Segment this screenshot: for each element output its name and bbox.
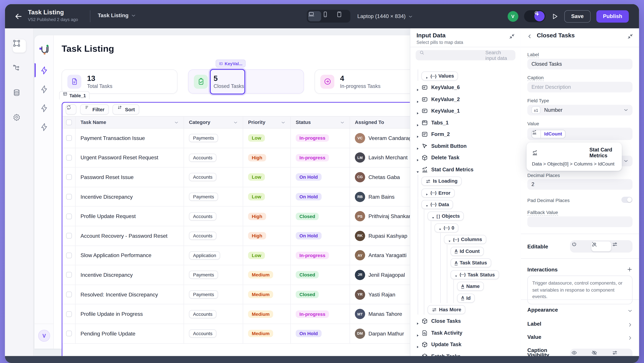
table-row[interactable]: Resolved: Incentive Discrepancy Payments…	[62, 285, 422, 304]
tree-item-keyvalue-[interactable]: KeyValue_6	[416, 83, 460, 92]
decimal-places-input[interactable]: 2	[528, 179, 632, 190]
tree-item-close-tasks[interactable]: Close Tasks	[416, 316, 461, 326]
sidebar-item-data[interactable]	[13, 89, 26, 102]
tree-item-task-activity[interactable]: Task Activity	[416, 328, 462, 338]
tree-item--[interactable]: {···}0	[434, 223, 458, 233]
tree-item-task-status[interactable]: {···}Task Status	[451, 270, 499, 280]
table-row[interactable]: Pending Profile Update Accounts Medium O…	[62, 324, 422, 344]
select-all-checkbox[interactable]	[62, 116, 76, 128]
appearance-section-header[interactable]: Appearance	[528, 307, 558, 313]
table-component-badge[interactable]: Table_1	[59, 91, 90, 100]
tree-item-name[interactable]: AName	[457, 282, 484, 291]
filter-button[interactable]: Filter	[80, 104, 109, 114]
interact-mode-toggle[interactable]	[524, 10, 545, 22]
value-field-input[interactable]: IdCount	[528, 128, 632, 140]
sort-button[interactable]: Sort	[112, 104, 139, 114]
app-user-avatar[interactable]: V	[38, 330, 50, 342]
tree-item-delete-task[interactable]: Delete Task	[416, 153, 460, 163]
tree-item-id-count[interactable]: AId Count	[451, 246, 484, 256]
device-toggle	[307, 10, 350, 22]
tree-item-values[interactable]: {···}Values	[422, 71, 458, 81]
row-checkbox[interactable]	[62, 148, 76, 167]
device-phone-button[interactable]	[322, 11, 335, 21]
editable-on-button[interactable]	[571, 242, 591, 251]
page-bolt-icon[interactable]	[40, 123, 48, 132]
keyvalue-component-badge[interactable]: KeyVal...	[216, 60, 246, 68]
tree-item-objects[interactable]: [ ]Objects	[428, 211, 464, 221]
fallback-value-input[interactable]	[528, 216, 632, 227]
page-selector-dropdown[interactable]: Task Listing	[98, 12, 136, 18]
device-tablet-button[interactable]	[336, 11, 349, 21]
page-bolt-icon[interactable]	[40, 104, 48, 112]
editable-dynamic-button[interactable]	[612, 242, 631, 251]
back-icon[interactable]	[14, 12, 23, 21]
appearance-row-label[interactable]: Label	[528, 321, 542, 327]
table-row[interactable]: Urgent Password Reset Request Accounts H…	[62, 148, 422, 168]
table-row[interactable]: Password Reset Issue Accounts Low On Hol…	[62, 168, 422, 187]
pad-decimal-toggle[interactable]	[622, 197, 632, 203]
search-input[interactable]: Search input data	[416, 50, 515, 60]
tree-item-stat-card-metrics[interactable]: Stat Card Metrics	[416, 164, 474, 174]
column-header-task-name[interactable]: Task Name	[76, 116, 184, 128]
tree-item-update-task[interactable]: Update Task	[416, 340, 462, 350]
tree-item-data[interactable]: {···}Data	[422, 200, 453, 209]
add-interaction-button[interactable]	[627, 266, 632, 272]
table-row[interactable]: Profile Update in Progress Accounts Medi…	[62, 304, 422, 324]
page-bolt-icon[interactable]	[40, 85, 48, 94]
row-checkbox[interactable]	[62, 246, 76, 265]
preview-play-button[interactable]	[551, 12, 558, 20]
table-row[interactable]: Slow Application Performance Application…	[62, 246, 422, 265]
stat-card-total-tasks[interactable]: 13 Total Tasks	[62, 70, 177, 94]
device-laptop-button[interactable]	[308, 11, 321, 21]
tree-item-is-loading[interactable]: Is Loading	[422, 176, 462, 186]
label-field-input[interactable]: Closed Tasks	[528, 59, 632, 70]
caption-field-input[interactable]: Enter Description	[528, 82, 632, 92]
table-row[interactable]: Payment Transaction Issue Payments Low I…	[62, 128, 422, 148]
tree-item-keyvalue-[interactable]: KeyValue_2	[416, 94, 460, 104]
refresh-button[interactable]	[66, 104, 76, 114]
field-type-select[interactable]: ±1 Number	[528, 105, 632, 116]
row-checkbox[interactable]	[62, 266, 76, 284]
sidebar-item-components[interactable]	[13, 39, 26, 52]
tree-item-error[interactable]: {···}Error	[422, 188, 455, 198]
table-row[interactable]: Incentive Discrepancy Payments Medium Cl…	[62, 266, 422, 285]
idcount-pill[interactable]: IdCount	[532, 130, 566, 138]
row-checkbox[interactable]	[62, 285, 76, 304]
collapse-panel-icon[interactable]	[509, 33, 515, 39]
table-row[interactable]: Profile Update Request Accounts High Clo…	[62, 207, 422, 226]
column-header-category[interactable]: Category	[184, 116, 243, 128]
tree-item-has-more[interactable]: Has More	[428, 305, 466, 314]
tree-item-task-status[interactable]: ATask Status	[451, 258, 491, 268]
row-checkbox[interactable]	[62, 207, 76, 226]
tree-item-columns[interactable]: {···}Columns	[444, 234, 486, 244]
stat-cards-row: 13 Total Tasks KeyVal... 5 Closed Tasks …	[62, 70, 430, 94]
row-checkbox[interactable]	[62, 187, 76, 206]
row-checkbox[interactable]	[62, 304, 76, 324]
row-checkbox[interactable]	[62, 324, 76, 343]
tree-item-tabs-[interactable]: Tabs_1	[416, 118, 449, 128]
editable-off-button[interactable]	[592, 242, 611, 251]
back-chevron-icon[interactable]	[527, 33, 532, 38]
row-checkbox[interactable]	[62, 128, 76, 148]
appearance-row-value[interactable]: Value	[528, 334, 542, 340]
tree-item-fetch-tasks[interactable]: Fetch Tasks	[416, 352, 461, 356]
tree-item-form-[interactable]: Form_2	[416, 130, 450, 139]
collapse-panel-icon[interactable]	[627, 33, 633, 39]
user-avatar[interactable]: V	[508, 11, 518, 22]
publish-button[interactable]: Publish	[596, 10, 629, 22]
device-size-dropdown[interactable]: Laptop (1440 × 834)	[357, 13, 413, 19]
save-button[interactable]: Save	[564, 10, 590, 22]
tree-item-submit-button[interactable]: Submit Button	[416, 141, 467, 151]
row-checkbox[interactable]	[62, 168, 76, 187]
tree-item-keyvalue-[interactable]: KeyValue_1	[416, 106, 460, 116]
sidebar-item-settings[interactable]	[13, 113, 26, 126]
column-header-status[interactable]: Status	[291, 116, 350, 128]
table-row[interactable]: Account Recovery - Password Reset Accoun…	[62, 226, 422, 246]
sidebar-item-flow[interactable]	[13, 64, 26, 77]
stat-card-closed-tasks[interactable]: KeyVal... 5 Closed Tasks	[188, 70, 304, 94]
page-bolt-icon-active[interactable]	[40, 66, 48, 75]
column-header-priority[interactable]: Priority	[243, 116, 291, 128]
table-row[interactable]: Incentive Discrepancy Payments Low On Ho…	[62, 187, 422, 207]
tree-item-id[interactable]: AId	[457, 293, 475, 303]
row-checkbox[interactable]	[62, 226, 76, 246]
